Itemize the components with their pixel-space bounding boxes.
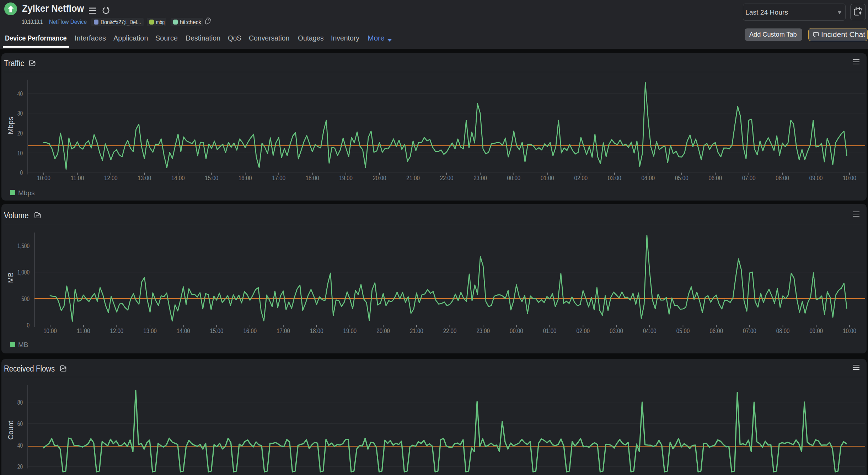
svg-text:05:00: 05:00 [675, 174, 688, 182]
svg-text:10:00: 10:00 [43, 327, 57, 335]
svg-text:18:00: 18:00 [310, 327, 323, 335]
svg-text:15:00: 15:00 [205, 174, 219, 182]
svg-text:19:00: 19:00 [339, 174, 353, 182]
svg-text:08:00: 08:00 [776, 174, 789, 182]
svg-text:02:00: 02:00 [574, 174, 588, 182]
svg-text:05:00: 05:00 [676, 327, 690, 335]
svg-text:13:00: 13:00 [138, 174, 151, 182]
svg-text:00:00: 00:00 [507, 174, 521, 182]
svg-text:0: 0 [27, 321, 30, 329]
svg-text:04:00: 04:00 [643, 327, 657, 335]
svg-text:22:00: 22:00 [440, 174, 454, 182]
svg-text:10: 10 [17, 149, 23, 157]
svg-text:04:00: 04:00 [642, 174, 655, 182]
svg-text:20: 20 [17, 463, 23, 470]
svg-text:23:00: 23:00 [476, 327, 490, 335]
svg-text:06:00: 06:00 [708, 174, 722, 182]
svg-text:06:00: 06:00 [709, 327, 723, 335]
svg-text:07:00: 07:00 [742, 174, 756, 182]
svg-text:03:00: 03:00 [608, 174, 621, 182]
svg-text:23:00: 23:00 [473, 174, 487, 182]
svg-text:01:00: 01:00 [543, 327, 557, 335]
svg-text:17:00: 17:00 [277, 327, 290, 335]
svg-text:MB: MB [7, 272, 15, 283]
svg-text:20:00: 20:00 [373, 174, 386, 182]
svg-text:40: 40 [17, 90, 23, 97]
svg-text:21:00: 21:00 [406, 174, 420, 182]
svg-text:1,000: 1,000 [17, 268, 30, 276]
svg-text:11:00: 11:00 [71, 174, 84, 182]
svg-text:16:00: 16:00 [243, 327, 257, 335]
svg-text:1,500: 1,500 [17, 242, 30, 250]
svg-text:40: 40 [17, 442, 23, 449]
svg-text:11:00: 11:00 [77, 327, 90, 335]
svg-text:02:00: 02:00 [577, 327, 590, 335]
svg-text:60: 60 [17, 420, 23, 427]
svg-text:21:00: 21:00 [410, 327, 423, 335]
svg-text:08:00: 08:00 [776, 327, 790, 335]
svg-text:07:00: 07:00 [743, 327, 756, 335]
svg-text:19:00: 19:00 [343, 327, 357, 335]
svg-text:17:00: 17:00 [272, 174, 285, 182]
svg-text:18:00: 18:00 [306, 174, 319, 182]
svg-text:20: 20 [17, 129, 23, 137]
svg-text:09:00: 09:00 [810, 327, 823, 335]
svg-text:14:00: 14:00 [171, 174, 185, 182]
svg-text:01:00: 01:00 [541, 174, 554, 182]
svg-text:16:00: 16:00 [239, 174, 252, 182]
svg-text:Mbps: Mbps [7, 117, 15, 134]
svg-text:10:00: 10:00 [37, 174, 50, 182]
svg-text:12:00: 12:00 [104, 174, 118, 182]
svg-text:12:00: 12:00 [110, 327, 124, 335]
svg-text:03:00: 03:00 [610, 327, 623, 335]
svg-text:00:00: 00:00 [510, 327, 523, 335]
svg-text:09:00: 09:00 [809, 174, 823, 182]
svg-text:30: 30 [17, 110, 23, 117]
svg-text:13:00: 13:00 [143, 327, 157, 335]
svg-text:500: 500 [21, 295, 30, 303]
svg-text:15:00: 15:00 [210, 327, 224, 335]
svg-text:10:00: 10:00 [843, 327, 856, 335]
svg-text:14:00: 14:00 [177, 327, 190, 335]
svg-text:22:00: 22:00 [443, 327, 457, 335]
svg-text:Count: Count [7, 421, 15, 440]
svg-text:MB: MB [18, 341, 28, 348]
svg-text:80: 80 [17, 399, 23, 406]
svg-text:Mbps: Mbps [18, 189, 34, 197]
svg-text:20:00: 20:00 [376, 327, 390, 335]
svg-text:10:00: 10:00 [843, 174, 856, 182]
svg-text:0: 0 [20, 169, 23, 176]
